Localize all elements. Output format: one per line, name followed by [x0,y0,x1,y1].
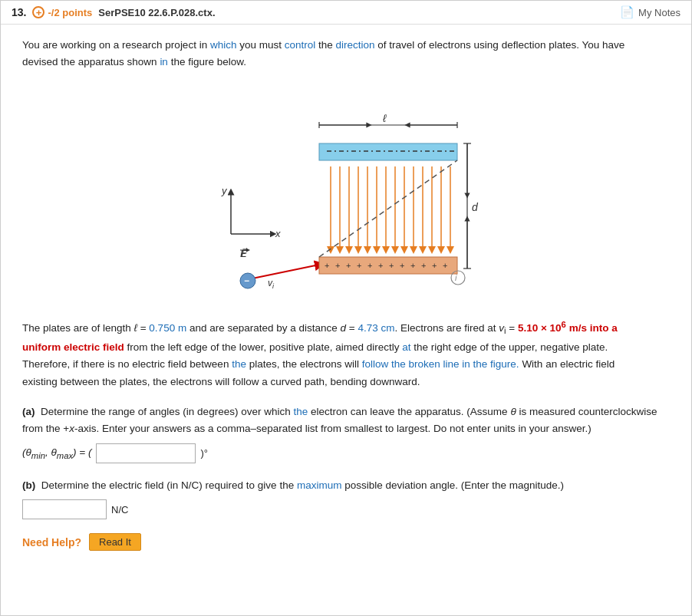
svg-text:+: + [325,261,329,270]
svg-line-9 [252,265,319,278]
problem-intro: You are working on a research project in… [22,37,670,70]
svg-rect-24 [319,143,457,160]
svg-text:+: + [443,261,447,270]
svg-text:ℓ: ℓ [382,112,387,124]
svg-point-64 [451,271,465,285]
part-a-input[interactable] [96,443,196,463]
figure-svg: y x E⃗ E v i − ℓ [185,81,507,303]
degree-close: )° [200,447,208,459]
svg-text:+: + [335,261,340,270]
header-left: 13. + -/2 points SerPSE10 22.6.P.028.ctx… [12,6,216,18]
svg-text:+: + [389,261,394,270]
part-a-text: (a) Determine the range of angles (in de… [22,404,670,436]
plus-icon: + [32,6,44,18]
svg-text:−: − [244,275,249,286]
svg-text:+: + [378,261,383,270]
content-area: You are working on a research project in… [1,25,691,566]
svg-text:x: x [275,228,281,239]
svg-text:+: + [346,261,351,270]
unit-nc: N/C [111,504,128,516]
read-it-button[interactable]: Read It [89,533,141,551]
part-b-input[interactable] [22,499,107,519]
points-label: -/2 points [48,7,92,18]
svg-text:+: + [400,261,404,270]
part-a: (a) Determine the range of angles (in de… [22,404,670,463]
svg-text:d: d [472,201,479,213]
my-notes-button[interactable]: 📄 My Notes [620,5,680,19]
problem-id: SerPSE10 22.6.P.028.ctx. [98,7,215,18]
svg-text:+: + [367,261,372,270]
params-text: The plates are of length ℓ = 0.750 m and… [22,317,670,391]
svg-text:+: + [432,261,437,270]
svg-text:i: i [455,273,457,282]
svg-text:i: i [272,282,275,290]
svg-text:+: + [357,261,361,270]
part-b: (b) Determine the electric field (in N/C… [22,477,670,520]
svg-text:+: + [410,261,415,270]
part-b-text: (b) Determine the electric field (in N/C… [22,477,670,494]
part-b-input-row: N/C [22,499,670,519]
doc-icon: 📄 [620,5,634,19]
svg-text:+: + [421,261,426,270]
part-a-input-row: (θmin, θmax) = ( )° [22,443,670,463]
points-badge: + -/2 points [32,6,92,18]
figure-container: y x E⃗ E v i − ℓ [22,81,670,303]
header-bar: 13. + -/2 points SerPSE10 22.6.P.028.ctx… [1,1,691,25]
my-notes-label: My Notes [638,7,680,18]
theta-expr: (θmin, θmax) = ( [22,446,91,460]
svg-text:y: y [221,185,228,196]
need-help-row: Need Help? Read It [22,533,670,551]
need-help-label: Need Help? [22,536,81,548]
question-number: 13. [12,6,26,18]
